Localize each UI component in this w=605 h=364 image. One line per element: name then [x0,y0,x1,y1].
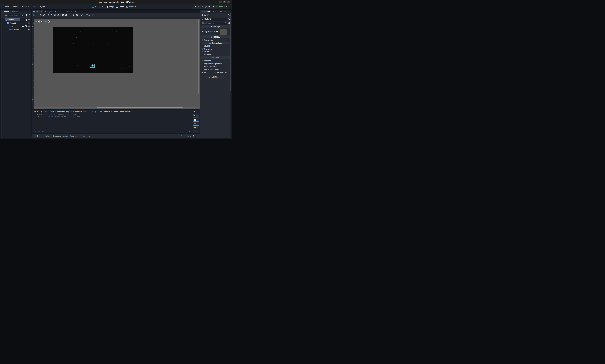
script-icon[interactable] [25,25,27,27]
category-node[interactable]: Node [201,56,230,59]
group-ordering[interactable]: Ordering [200,48,231,50]
property-tools-button[interactable] [228,22,230,24]
view-menu-button[interactable]: Vista [86,14,91,16]
rotate-tool-button[interactable] [40,14,42,16]
workspace-2d-button[interactable]: 2D [92,6,97,8]
visibility-eye-icon[interactable] [28,22,30,24]
warnings-filter-toggle[interactable]: 0 [193,126,199,130]
tree-menu-button[interactable] [28,14,30,16]
grid-snap-button[interactable] [65,14,67,16]
property-filter-input[interactable] [201,22,227,25]
group-material[interactable]: Material [200,53,231,56]
movie-maker-button[interactable] [215,6,218,8]
messages-filter-toggle[interactable]: 1 [193,118,199,122]
smart-snap-button[interactable] [62,14,64,16]
tree-selection[interactable]: Node2D [5,18,20,21]
revert-icon[interactable] [214,72,216,74]
play-custom-scene-button[interactable] [212,6,214,8]
add-metadata-button[interactable]: Add Metadata [206,76,225,78]
scale-tool-button[interactable] [43,14,45,16]
menu-ayuda[interactable]: Ayuda [39,5,46,8]
player-ship-sprite[interactable] [90,64,94,67]
menu-editor[interactable]: Editor [31,5,38,8]
scene-filter-field[interactable] [9,14,21,16]
history-forward-button[interactable] [225,14,227,16]
edited-node-selector[interactable]: Node2D [201,18,227,21]
enemy-scene-value[interactable] [220,29,227,35]
zoom-out-button[interactable]: − [38,20,40,23]
scene-tab-main[interactable]: main [32,10,43,13]
renderer-select[interactable]: Forward+ [219,5,230,9]
inspector-scrollbar[interactable] [230,13,231,138]
script-value[interactable]: main.gd [220,72,227,74]
scene-tab-enemy[interactable]: enemy [63,10,73,13]
center-view-icon[interactable] [35,21,37,23]
minimize-button[interactable]: – [219,0,222,3]
bottom-tab-depurador[interactable]: Depurador [51,135,62,137]
message-filter[interactable] [32,129,192,133]
tab-nodo[interactable]: Nodo [211,10,219,13]
group-editor-description[interactable]: Editor Description [200,68,231,71]
collapse-duplicates-button[interactable] [193,114,195,117]
menu-depurar[interactable]: Depurar [21,5,30,8]
clear-output-button[interactable] [193,110,195,112]
close-button[interactable]: ✕ [227,0,230,3]
menu-proyecto[interactable]: Proyecto [11,5,20,8]
tree-row-enemytimer[interactable]: enemyTimer [2,28,31,31]
stop-button[interactable] [201,6,203,8]
history-list-button[interactable] [228,14,230,16]
gear-icon[interactable] [217,72,219,74]
tree-row-node2d[interactable]: Node2D [2,18,31,21]
message-filter-field[interactable] [33,130,188,132]
dock-menu-button[interactable] [29,10,31,13]
move-tool-button[interactable] [37,14,39,16]
version-label[interactable]: 4.4.stable [184,135,191,137]
chevron-down-icon[interactable] [228,31,230,32]
workspace-script-button[interactable]: Script [106,6,114,8]
chevron-down-icon[interactable] [228,72,229,73]
instance-scene-button[interactable] [5,14,7,16]
ruler-tool-button[interactable] [57,14,59,16]
lock-object-button[interactable] [73,14,75,16]
scene-filter-input[interactable] [8,14,25,17]
group-transform[interactable]: Transform [200,39,231,41]
snap-options-button[interactable] [68,14,70,16]
play-scene-button[interactable] [208,6,210,8]
select-tool-button[interactable] [33,13,36,16]
menu-escena[interactable]: Escena [1,5,10,8]
revert-icon[interactable] [213,31,215,33]
expand-panel-button[interactable] [196,135,198,137]
bottom-tab-shader-editor[interactable]: Shader Editor [80,135,93,137]
open-docs-button[interactable] [228,18,230,20]
tree-row-player[interactable]: Player [2,25,31,28]
instance-options-icon[interactable] [22,25,24,27]
pivot-tool-button[interactable] [51,14,53,16]
group-texture[interactable]: Texture [200,50,231,53]
zoom-level[interactable]: 62.1 % [41,21,47,23]
workspace-3d-button[interactable]: 3D [99,6,104,8]
hscroll-thumb[interactable] [97,107,183,108]
group-process[interactable]: Process [200,59,231,62]
remote-debug-button[interactable] [205,6,207,8]
history-back-button[interactable] [222,14,224,16]
notifications-button[interactable] [180,135,182,137]
property-filter-field[interactable] [202,22,224,24]
copy-output-button[interactable] [196,110,198,112]
vertical-scrollbar[interactable] [198,20,199,106]
scene-tab-bullet[interactable]: bullet [53,10,63,13]
group-visibility[interactable]: Visibility [200,45,231,48]
scene-tab-player[interactable]: player [43,10,53,13]
dock-menu-button[interactable] [228,10,231,13]
canvas-workspace[interactable]: − 62.1 % + [34,19,200,109]
bottom-tab-animacion[interactable]: Animación [69,135,79,137]
category-node2d[interactable]: Node2D [201,36,230,38]
tree-row-sprite2d[interactable]: Sprite2D [2,21,31,25]
play-button[interactable] [194,6,196,8]
load-resource-button[interactable] [204,14,206,16]
horizontal-scrollbar[interactable] [34,107,197,108]
pause-button[interactable] [198,6,200,8]
resource-menu-button[interactable] [210,14,212,16]
pan-tool-button[interactable] [54,14,56,16]
detach-script-button[interactable] [26,14,28,16]
tab-importar[interactable]: Importar [10,10,20,13]
